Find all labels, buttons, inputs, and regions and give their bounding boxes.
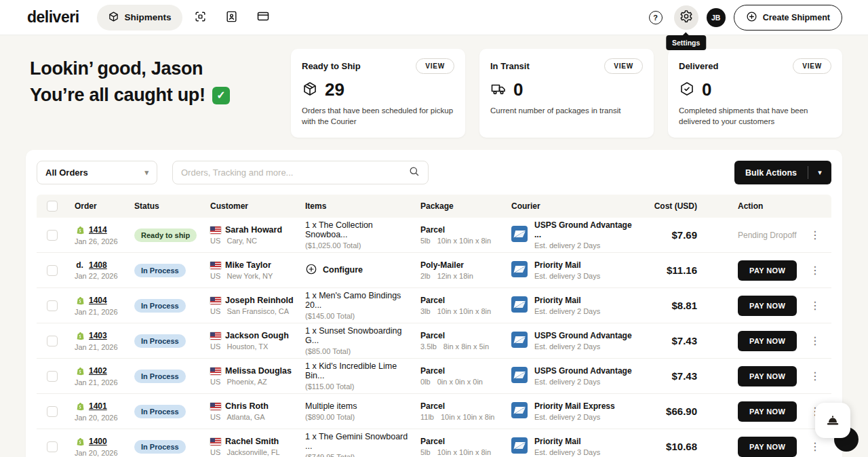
row-menu-button[interactable]: ⋮ [807, 264, 823, 277]
courier-name: USPS Ground Advantage ... [534, 220, 639, 239]
table-row: 1414 Jan 26, 2026 Ready to ship Sarah Ho… [37, 218, 831, 253]
row-checkbox[interactable] [47, 230, 58, 241]
package-icon [108, 11, 119, 24]
package-cell: Poly-Mailer 2lb12in x 18in [414, 260, 505, 280]
customer-name: Jackson Gough [225, 331, 289, 340]
package-cell: Parcel 3lb10in x 10in x 8in [414, 296, 505, 315]
customer-country: US [210, 237, 220, 245]
status-cell: In Process [127, 440, 203, 454]
us-flag-icon [210, 262, 221, 269]
status-badge: Ready to ship [134, 228, 197, 242]
navbar-actions: ? Settings JB Create Shipment [646, 5, 842, 31]
order-cell: 1414 Jan 26, 2026 [68, 225, 127, 245]
pay-now-button[interactable]: PAY NOW [738, 437, 797, 457]
pay-now-button[interactable]: PAY NOW [738, 401, 797, 422]
bulk-actions-button[interactable]: Bulk Actions ▾ [734, 161, 831, 184]
row-checkbox[interactable] [47, 300, 58, 311]
package-cell: Parcel 0lb0in x 0in x 0in [414, 366, 505, 386]
customer-cell: Sarah Howard US Cary, NC [203, 225, 298, 245]
order-link[interactable]: 1403 [89, 331, 107, 340]
nav-billing-button[interactable] [250, 5, 276, 31]
package-cell: Parcel 11lb10in x 10in x 8in [414, 401, 505, 421]
us-flag-icon [210, 367, 221, 375]
stat-card-delivered: Delivered VIEW 0 Completed shipments tha… [668, 49, 842, 138]
items-cell: 1 x Men's Camo Bindings 20... ($145.00 T… [298, 291, 414, 320]
customer-city: Houston, TX [226, 342, 268, 351]
row-checkbox[interactable] [47, 265, 58, 276]
customer-cell: Joseph Reinhold US San Fransisco, CA [203, 296, 298, 315]
courier-cell: USPS Ground Advantage Est. delivery 2 Da… [505, 331, 639, 351]
row-menu-button[interactable]: ⋮ [807, 370, 823, 382]
help-button[interactable]: ? [646, 7, 666, 28]
avatar[interactable]: JB [707, 8, 726, 27]
pay-now-button[interactable]: PAY NOW [738, 366, 797, 386]
row-menu-button[interactable]: ⋮ [807, 334, 823, 347]
customer-city: San Fransisco, CA [226, 307, 289, 315]
package-cell: Parcel 5lb10in x 10in x 8in [414, 225, 505, 245]
pay-now-button[interactable]: PAY NOW [738, 260, 797, 281]
support-chat-button[interactable] [815, 403, 850, 438]
customer-country: US [210, 413, 220, 421]
item-title: 1 x Sunset Snowboarding G... [305, 326, 414, 345]
cost-cell: $10.68 [639, 441, 707, 452]
primary-nav: Shipments [97, 5, 276, 31]
nav-contacts-button[interactable] [219, 5, 245, 31]
view-ready-button[interactable]: VIEW [416, 58, 454, 74]
row-checkbox[interactable] [47, 371, 58, 382]
order-link[interactable]: 1401 [89, 401, 107, 411]
chevron-down-icon[interactable]: ▾ [808, 161, 831, 184]
order-cell: d. 1408 Jan 22, 2026 [68, 260, 127, 280]
nav-shipments[interactable]: Shipments [97, 5, 182, 31]
item-total: ($115.00 Total) [305, 382, 414, 391]
order-link[interactable]: 1414 [89, 225, 107, 235]
view-transit-button[interactable]: VIEW [604, 58, 643, 74]
pay-now-button[interactable]: PAY NOW [738, 331, 797, 351]
package-weight: 0lb [420, 378, 431, 386]
status-cell: In Process [127, 264, 203, 277]
row-menu-button[interactable]: ⋮ [807, 299, 823, 312]
greeting-subtitle: You’re all caught up! ✓ [30, 82, 277, 108]
order-link[interactable]: 1408 [89, 260, 107, 270]
row-checkbox[interactable] [47, 336, 58, 346]
table-row: d. 1408 Jan 22, 2026 In Process Mike Tay… [37, 253, 831, 288]
customer-cell: Rachel Smith US Jacksonville, FL [203, 437, 298, 456]
table-row: 1403 Jan 21, 2026 In Process Jackson Gou… [37, 323, 831, 359]
package-type: Parcel [420, 437, 505, 446]
customer-country: US [210, 448, 220, 456]
order-source-icon [75, 225, 85, 235]
search-box[interactable] [172, 161, 429, 184]
order-link[interactable]: 1400 [89, 437, 107, 446]
order-cell: 1403 Jan 21, 2026 [68, 331, 127, 351]
order-link[interactable]: 1402 [89, 366, 107, 376]
item-total: ($890.00 Total) [305, 413, 414, 421]
customer-name: Chris Roth [225, 401, 269, 411]
courier-name: USPS Ground Advantage [534, 366, 632, 376]
stat-value: 0 [702, 79, 711, 100]
settings-tooltip: Settings [666, 35, 706, 50]
row-menu-button[interactable]: ⋮ [807, 228, 823, 241]
cost-cell: $66.90 [639, 405, 707, 417]
action-status-text: Pending Dropoff [738, 231, 797, 240]
settings-button[interactable] [674, 5, 698, 30]
create-shipment-button[interactable]: Create Shipment [734, 5, 842, 31]
search-input[interactable] [181, 167, 408, 178]
row-checkbox[interactable] [47, 441, 58, 452]
order-cell: 1401 Jan 20, 2026 [68, 401, 127, 422]
usps-logo-icon [511, 437, 528, 456]
cost-cell: $11.16 [639, 264, 707, 276]
column-header-customer: Customer [203, 201, 298, 211]
check-badge-icon: ✓ [212, 87, 230, 104]
nav-scan-button[interactable] [188, 5, 214, 31]
orders-filter-dropdown[interactable]: All Orders ▾ [37, 161, 157, 184]
package-weight: 5lb [420, 448, 431, 456]
row-checkbox[interactable] [47, 406, 58, 417]
courier-cell: USPS Ground Advantage Est. delivery 2 Da… [505, 366, 639, 386]
customer-name: Sarah Howard [225, 225, 282, 235]
customer-city: Jacksonville, FL [226, 448, 279, 456]
configure-button[interactable]: Configure [305, 263, 363, 277]
usps-logo-icon [511, 332, 528, 351]
order-link[interactable]: 1404 [89, 296, 107, 305]
view-delivered-button[interactable]: VIEW [793, 58, 831, 74]
pay-now-button[interactable]: PAY NOW [738, 296, 797, 316]
select-all-checkbox[interactable] [47, 201, 58, 212]
